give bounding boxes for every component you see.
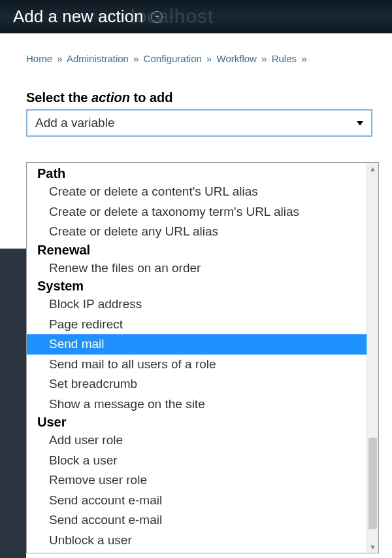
optgroup-label: Renewal (27, 242, 367, 258)
dropdown-option[interactable]: Send account e-mail (27, 510, 367, 531)
breadcrumb-rules[interactable]: Rules (272, 53, 297, 64)
dropdown-option[interactable]: Page redirect (27, 315, 367, 335)
dropdown-list[interactable]: PathCreate or delete a content's URL ali… (27, 163, 367, 553)
breadcrumb-separator: » (57, 53, 62, 64)
scroll-down-icon[interactable]: ▼ (367, 541, 378, 553)
dropdown-option[interactable]: Send account e-mail (27, 491, 367, 511)
chevron-down-icon (357, 121, 363, 126)
breadcrumb-configuration[interactable]: Configuration (144, 53, 202, 64)
field-label: Select the action to add (26, 90, 372, 105)
plus-icon[interactable]: + (151, 11, 163, 23)
dropdown-option[interactable]: Send mail (27, 334, 367, 355)
dropdown-option[interactable]: Show a message on the site (27, 394, 367, 415)
breadcrumb-separator: » (261, 53, 267, 64)
dropdown-option[interactable]: Renew the files on an order (27, 258, 367, 279)
dropdown-option[interactable]: Block IP address (27, 294, 367, 315)
breadcrumb-administration[interactable]: Administration (67, 53, 129, 64)
dropdown-option[interactable]: Create or delete a content's URL alias (27, 182, 367, 202)
breadcrumb: Home » Administration » Configuration » … (26, 53, 372, 64)
breadcrumb-workflow[interactable]: Workflow (217, 53, 257, 64)
action-select[interactable]: Add a variable (26, 109, 372, 137)
select-value: Add a variable (35, 116, 114, 130)
breadcrumb-home[interactable]: Home (26, 53, 52, 64)
action-dropdown[interactable]: PathCreate or delete a content's URL ali… (26, 162, 379, 553)
dropdown-option[interactable]: Set breadcrumb (27, 374, 367, 394)
scrollbar[interactable]: ▲ ▼ (367, 163, 378, 553)
breadcrumb-separator: » (133, 53, 139, 64)
dropdown-option[interactable]: Block a user (27, 451, 367, 471)
page-header: Add a new action + localhost (0, 0, 392, 33)
optgroup-label: Path (27, 166, 367, 182)
dropdown-option[interactable]: Create or delete a taxonomy term's URL a… (27, 202, 367, 222)
dropdown-option[interactable]: Unblock a user (27, 531, 367, 551)
left-overlay-strip (0, 249, 26, 558)
page-title: Add a new action (13, 7, 143, 27)
scroll-thumb[interactable] (368, 438, 377, 529)
optgroup-label: System (27, 278, 367, 294)
breadcrumb-separator: » (301, 53, 306, 64)
optgroup-label: User (27, 414, 367, 430)
scroll-up-icon[interactable]: ▲ (367, 163, 378, 175)
dropdown-option[interactable]: Remove user role (27, 470, 367, 491)
dropdown-option[interactable]: Send mail to all users of a role (27, 355, 367, 375)
dropdown-option[interactable]: Add user role (27, 430, 367, 451)
dropdown-option[interactable]: Create or delete any URL alias (27, 222, 367, 242)
breadcrumb-separator: » (206, 53, 212, 64)
